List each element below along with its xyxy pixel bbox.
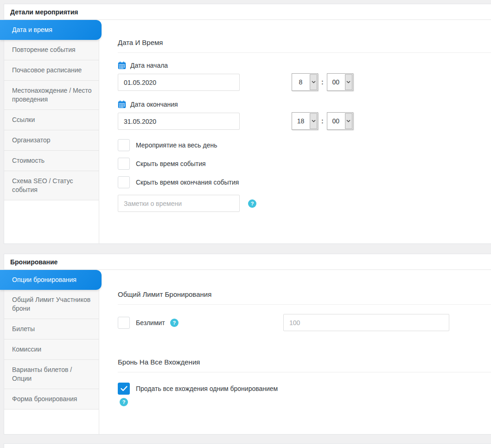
end-hour-select[interactable]: 18 bbox=[292, 112, 318, 130]
calendar-icon bbox=[118, 100, 126, 109]
hide-end-time-label: Скрыть время окончания события bbox=[136, 179, 239, 186]
section-title-all-occurrences: Бронь На Все Вхождения bbox=[118, 358, 491, 366]
date-time-section: Дата И Время bbox=[99, 20, 491, 243]
section-divider bbox=[118, 304, 491, 305]
sell-all-occurrences-label: Продать все вхождения одним бронирование… bbox=[136, 385, 278, 392]
booking-limit-input[interactable] bbox=[283, 314, 449, 331]
help-icon[interactable]: ? bbox=[170, 319, 179, 327]
sidebar-item-seo-schema-status[interactable]: Схема SEO / Статус события bbox=[4, 171, 99, 200]
booking-options-section: Общий Лимит Бронирования Безлимит ? Брон… bbox=[99, 270, 491, 434]
sidebar-item-links[interactable]: Ссылки bbox=[4, 110, 99, 130]
booking-metabox: Бронирование Опции бронирования Общий Ли… bbox=[4, 254, 491, 435]
end-date-input[interactable] bbox=[118, 113, 240, 130]
end-date-label: Дата окончания bbox=[130, 101, 178, 108]
sidebar-item-tickets[interactable]: Билеты bbox=[4, 319, 99, 339]
section-divider bbox=[118, 372, 491, 372]
hide-event-time-checkbox[interactable] bbox=[118, 158, 130, 170]
end-minute-select[interactable]: 00 bbox=[327, 112, 353, 130]
calendar-icon bbox=[118, 61, 126, 70]
start-date-label: Дата начала bbox=[130, 62, 168, 69]
hide-end-time-checkbox[interactable] bbox=[118, 176, 130, 188]
unlimited-checkbox[interactable] bbox=[118, 317, 130, 329]
sidebar-item-booking-options[interactable]: Опции бронирования bbox=[0, 270, 102, 290]
sidebar-item-date-time[interactable]: Дата и время bbox=[0, 20, 102, 40]
sidebar-item-cost[interactable]: Стоимость bbox=[4, 151, 99, 171]
chevron-down-icon bbox=[310, 74, 317, 90]
metabox-title-booking: Бронирование bbox=[4, 254, 491, 270]
start-date-input[interactable] bbox=[118, 74, 240, 91]
event-details-metabox: Детали мероприятия Дата и время Повторен… bbox=[4, 4, 491, 244]
chevron-down-icon bbox=[345, 74, 352, 90]
unlimited-label: Безлимит bbox=[136, 319, 165, 326]
metabox-title-event-details: Детали мероприятия bbox=[4, 4, 491, 20]
chevron-down-icon bbox=[345, 113, 352, 129]
event-details-sidebar: Дата и время Повторение события Почасово… bbox=[4, 20, 99, 243]
booking-sidebar: Опции бронирования Общий Лимит Участнико… bbox=[4, 270, 99, 434]
time-notes-input[interactable] bbox=[118, 195, 240, 212]
sidebar-item-total-attendees-limit[interactable]: Общий Лимит Участников брони bbox=[4, 290, 99, 319]
chevron-down-icon bbox=[310, 113, 317, 129]
start-minute-select[interactable]: 00 bbox=[327, 73, 353, 91]
next-metabox-edge bbox=[4, 443, 491, 448]
section-divider bbox=[118, 52, 491, 53]
all-day-event-label: Мероприятие на весь день bbox=[136, 141, 217, 149]
sidebar-item-organizer[interactable]: Организатор bbox=[4, 130, 99, 151]
time-separator: : bbox=[321, 117, 324, 125]
sidebar-item-event-repeat[interactable]: Повторение события bbox=[4, 40, 99, 60]
start-hour-select[interactable]: 8 bbox=[292, 73, 318, 91]
help-icon[interactable]: ? bbox=[120, 398, 128, 406]
all-day-event-checkbox[interactable] bbox=[118, 139, 130, 151]
sidebar-item-location-venue[interactable]: Местонахождение / Место проведения bbox=[4, 81, 99, 110]
time-separator: : bbox=[321, 78, 324, 86]
hide-event-time-label: Скрыть время события bbox=[136, 160, 206, 167]
sidebar-item-hourly-schedule[interactable]: Почасовое расписание bbox=[4, 60, 99, 81]
section-title-date-time: Дата И Время bbox=[118, 38, 491, 47]
sidebar-item-ticket-variations-options[interactable]: Варианты билетов / Опции bbox=[4, 360, 99, 389]
sidebar-item-booking-form[interactable]: Форма бронирования bbox=[4, 389, 99, 410]
section-title-booking-limit: Общий Лимит Бронирования bbox=[118, 290, 491, 299]
sell-all-occurrences-checkbox[interactable] bbox=[118, 383, 130, 395]
sidebar-item-fees[interactable]: Комиссии bbox=[4, 339, 99, 360]
help-icon[interactable]: ? bbox=[248, 199, 256, 208]
